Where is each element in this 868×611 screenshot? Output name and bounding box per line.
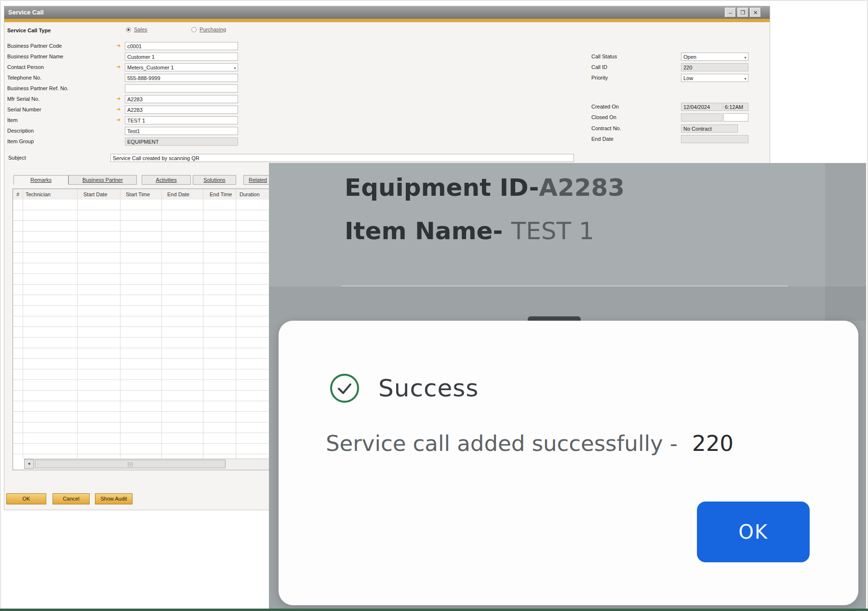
- bp-ref-label: Business Partner Ref. No.: [7, 85, 68, 91]
- table-empty-rows[interactable]: [13, 200, 269, 459]
- screenshot-root: Service Call – ❐ ✕ Service Call Type Sal…: [0, 0, 868, 611]
- contact-person-value: Meters_Customer 1: [127, 65, 174, 70]
- created-on-time-field: 6:12AM: [723, 103, 748, 111]
- equipment-id-value: A2283: [539, 174, 625, 202]
- priority-label: Priority: [591, 75, 608, 81]
- link-arrow-icon[interactable]: ➜: [116, 117, 123, 123]
- item-label: Item: [7, 117, 17, 123]
- dialog-message: Service call added successfully -: [326, 431, 678, 456]
- description-field[interactable]: Test1: [125, 127, 238, 135]
- created-on-label: Created On: [591, 104, 619, 109]
- priority-select[interactable]: Low ▼: [681, 74, 748, 82]
- horizontal-scrollbar[interactable]: ◄: [24, 459, 269, 469]
- service-call-number: 220: [692, 431, 734, 456]
- bp-code-field[interactable]: c0001: [125, 42, 238, 50]
- telephone-field[interactable]: 555-888-9999: [125, 74, 238, 82]
- contract-no-label: Contract No.: [591, 125, 621, 131]
- close-icon[interactable]: ✕: [750, 8, 761, 17]
- bp-name-field[interactable]: Customer 1: [125, 53, 238, 61]
- col-end-time[interactable]: End Time: [210, 189, 232, 200]
- item-name-value: TEST 1: [511, 217, 594, 245]
- bp-ref-field[interactable]: [125, 84, 238, 93]
- minimize-icon[interactable]: –: [725, 8, 736, 17]
- scrollbar-thumb[interactable]: [35, 460, 226, 468]
- end-date-label: End Date: [591, 136, 614, 142]
- col-duration[interactable]: Duration: [240, 189, 260, 200]
- link-arrow-icon[interactable]: ➜: [116, 42, 123, 49]
- link-arrow-icon[interactable]: ➜: [116, 95, 123, 102]
- dialog-message-row: Service call added successfully -220: [326, 431, 734, 456]
- closed-on-label: Closed On: [591, 114, 616, 120]
- bp-code-label: Business Partner Code: [7, 43, 62, 49]
- column-divider: [203, 189, 203, 459]
- item-name-line: Item Name- TEST 1: [345, 217, 594, 245]
- mfr-serial-label: Mfr Serial No.: [7, 96, 40, 102]
- tab-solutions[interactable]: Solutions: [193, 175, 236, 185]
- radio-purchasing[interactable]: Purchasing: [191, 27, 226, 32]
- col-start-time[interactable]: Start Time: [126, 189, 150, 200]
- col-end-date[interactable]: End Date: [167, 189, 189, 200]
- scroll-left-icon[interactable]: ◄: [24, 459, 34, 469]
- subject-label: Subject: [8, 155, 26, 161]
- subject-field[interactable]: Service Call created by scanning QR: [110, 154, 574, 162]
- equipment-id-label: Equipment ID-: [345, 174, 539, 202]
- link-arrow-icon[interactable]: ➜: [116, 64, 123, 70]
- item-group-label: Item Group: [7, 138, 34, 144]
- cancel-button[interactable]: Cancel: [53, 493, 90, 504]
- mobile-app-overlay: Equipment ID-A2283 Item Name- TEST 1 Suc…: [269, 163, 866, 609]
- closed-on-time-field[interactable]: [723, 113, 748, 122]
- closed-on-date-field: [681, 113, 722, 122]
- column-divider: [120, 189, 120, 459]
- col-start-date[interactable]: Start Date: [83, 189, 107, 200]
- col-number[interactable]: #: [13, 189, 23, 200]
- chevron-down-icon: ▼: [233, 65, 237, 71]
- success-check-icon: [329, 373, 360, 404]
- serial-number-label: Serial Number: [7, 107, 41, 112]
- ok-button[interactable]: OK: [6, 493, 46, 504]
- created-on-date-field: 12/04/2024: [681, 103, 722, 111]
- radio-circle-icon: [191, 27, 197, 32]
- serial-number-field[interactable]: A2283: [125, 106, 238, 114]
- dialog-ok-button[interactable]: OK: [697, 502, 810, 562]
- call-status-value: Open: [683, 54, 696, 60]
- call-status-select[interactable]: Open ▼: [681, 53, 748, 61]
- chevron-down-icon: ▼: [744, 76, 747, 82]
- description-label: Description: [7, 128, 34, 134]
- contact-person-select[interactable]: Meters_Customer 1 ▼: [125, 63, 238, 71]
- show-audit-button[interactable]: Show Audit: [95, 493, 133, 504]
- tab-related[interactable]: Related: [243, 175, 272, 185]
- tab-activities[interactable]: Activities: [142, 175, 191, 185]
- restore-icon[interactable]: ❐: [737, 8, 748, 17]
- gold-accent-bar: [4, 19, 770, 22]
- column-divider: [236, 189, 236, 459]
- scheduling-table: # Technician Start Date Start Time End D…: [13, 189, 269, 470]
- dialog-title: Success: [378, 374, 479, 402]
- item-field[interactable]: TEST 1: [125, 116, 238, 124]
- success-dialog: Success Service call added successfully …: [279, 321, 858, 605]
- scrollbar-grip-icon: [127, 462, 133, 467]
- tab-remarks[interactable]: Remarks: [13, 175, 68, 185]
- link-arrow-icon[interactable]: ➜: [116, 106, 123, 112]
- window-titlebar[interactable]: Service Call – ❐ ✕: [4, 6, 770, 19]
- bp-name-label: Business Partner Name: [7, 54, 63, 59]
- col-technician[interactable]: Technician: [26, 189, 51, 200]
- chevron-down-icon: ▼: [744, 54, 747, 61]
- priority-value: Low: [683, 75, 693, 81]
- radio-sales[interactable]: Sales: [126, 27, 147, 32]
- service-call-type-label: Service Call Type: [7, 27, 51, 33]
- tab-business-partner[interactable]: Business Partner: [68, 175, 137, 185]
- call-status-label: Call Status: [591, 54, 617, 59]
- end-date-field: [681, 135, 748, 143]
- contact-person-label: Contact Person: [7, 64, 44, 70]
- radio-purchasing-label: Purchasing: [200, 27, 226, 32]
- column-divider: [161, 189, 162, 459]
- radio-circle-icon: [126, 27, 131, 32]
- contract-no-field: No Contract: [681, 124, 738, 133]
- bottom-border-line: [0, 609, 868, 611]
- call-id-label: Call ID: [591, 64, 607, 70]
- item-name-label: Item Name-: [345, 217, 503, 245]
- mfr-serial-field[interactable]: A2283: [125, 95, 238, 103]
- column-divider: [77, 189, 78, 459]
- table-header-row: # Technician Start Date Start Time End D…: [13, 189, 269, 200]
- equipment-id-line: Equipment ID-A2283: [345, 174, 625, 202]
